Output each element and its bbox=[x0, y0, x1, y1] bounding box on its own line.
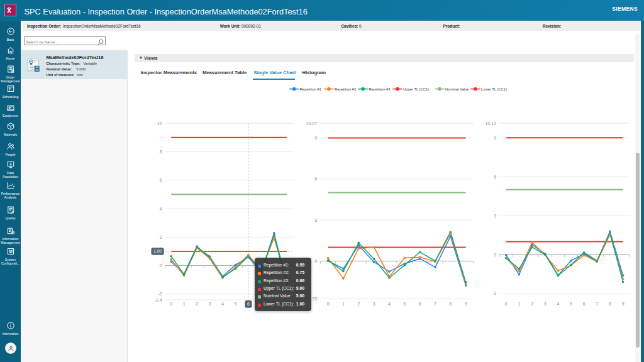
svg-text:5: 5 bbox=[234, 302, 236, 306]
svg-text:5: 5 bbox=[403, 302, 406, 306]
svg-text:Upper TL (CC1): Upper TL (CC1) bbox=[403, 87, 429, 91]
svg-text:6: 6 bbox=[247, 302, 250, 306]
svg-text:2: 2 bbox=[531, 302, 533, 306]
svg-text:3: 3 bbox=[373, 302, 375, 306]
svg-text:9: 9 bbox=[314, 136, 317, 140]
svg-text:0: 0 bbox=[505, 302, 508, 306]
svg-text:1.00: 1.00 bbox=[153, 249, 162, 253]
svg-text:4: 4 bbox=[557, 302, 559, 306]
svg-text:2: 2 bbox=[196, 302, 198, 306]
svg-text:1: 1 bbox=[342, 302, 345, 306]
svg-text:6: 6 bbox=[583, 302, 586, 306]
svg-text:9: 9 bbox=[622, 302, 625, 306]
svg-text:0: 0 bbox=[170, 302, 172, 306]
svg-text:4: 4 bbox=[388, 302, 391, 306]
svg-text:4: 4 bbox=[160, 207, 162, 211]
svg-text:6: 6 bbox=[494, 175, 496, 179]
svg-text:0: 0 bbox=[160, 263, 162, 268]
svg-text:6: 6 bbox=[314, 177, 317, 181]
svg-text:3: 3 bbox=[314, 218, 317, 222]
svg-text:0: 0 bbox=[327, 302, 330, 306]
svg-text:7: 7 bbox=[596, 302, 598, 306]
svg-text:-3: -3 bbox=[492, 291, 496, 295]
svg-text:3: 3 bbox=[209, 302, 211, 306]
svg-text:9: 9 bbox=[465, 302, 467, 306]
svg-text:Lower TL (CC1): Lower TL (CC1) bbox=[481, 87, 507, 91]
svg-text:0: 0 bbox=[314, 259, 317, 263]
svg-text:3: 3 bbox=[544, 302, 547, 306]
svg-text:9: 9 bbox=[494, 136, 496, 140]
svg-text:8: 8 bbox=[160, 150, 162, 154]
svg-text:Repetition #2: Repetition #2 bbox=[335, 87, 356, 91]
svg-text:5: 5 bbox=[570, 302, 572, 306]
svg-text:6: 6 bbox=[160, 178, 162, 182]
svg-text:10: 10 bbox=[157, 121, 162, 126]
svg-text:-2.4: -2.4 bbox=[155, 298, 162, 302]
svg-text:8: 8 bbox=[609, 302, 611, 306]
svg-text:2: 2 bbox=[357, 302, 360, 306]
svg-text:8: 8 bbox=[449, 302, 452, 306]
svg-text:10.12: 10.12 bbox=[486, 121, 497, 126]
svg-text:2: 2 bbox=[160, 235, 162, 239]
svg-text:0: 0 bbox=[494, 253, 496, 257]
svg-text:1: 1 bbox=[518, 302, 520, 306]
svg-text:Repetition #1: Repetition #1 bbox=[300, 87, 321, 91]
svg-text:-2: -2 bbox=[158, 292, 162, 296]
svg-text:1: 1 bbox=[183, 302, 186, 306]
svg-text:6: 6 bbox=[419, 302, 421, 306]
svg-text:Nominal Value: Nominal Value bbox=[445, 87, 469, 91]
svg-text:Repetition #3: Repetition #3 bbox=[369, 87, 390, 91]
svg-text:4: 4 bbox=[221, 302, 224, 306]
svg-text:10.07: 10.07 bbox=[306, 121, 318, 126]
svg-text:7: 7 bbox=[434, 302, 436, 306]
svg-text:51: 51 bbox=[36, 69, 39, 72]
svg-text:3: 3 bbox=[494, 214, 496, 218]
